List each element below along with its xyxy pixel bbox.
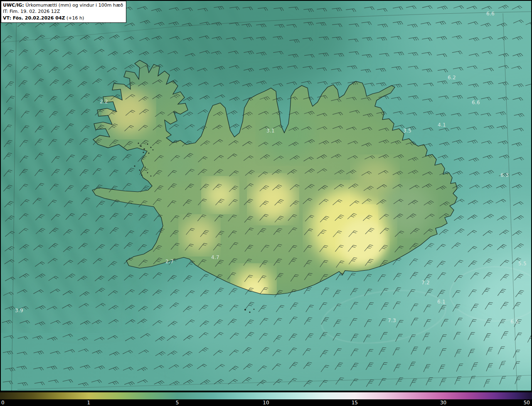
- valid-time-line: VT: Fös. 20.02.2026 04Z (+16 h): [3, 15, 123, 21]
- contour-label: 4.1: [438, 122, 446, 128]
- contour-label: 6.6: [486, 11, 495, 17]
- model-name: UWC/IG:: [3, 2, 24, 8]
- colorbar-tick-label: 30: [440, 400, 446, 406]
- colorbar-gradient: [0, 392, 532, 399]
- contour-label: 2.2: [100, 99, 108, 105]
- contour-label: 7.3: [388, 318, 396, 323]
- map-title-line: UWC/IG: Úrkomumætti (mm) og vindur i 100…: [3, 2, 123, 8]
- valid-time-bold: VT: Fös. 20.02.2026 04Z: [3, 15, 65, 21]
- contour-label: 2.7: [165, 259, 174, 264]
- colorbar: 01510153050: [0, 391, 532, 406]
- contour-label: 3.5: [403, 128, 411, 134]
- contour-label: 3.9: [15, 308, 23, 313]
- init-time-line: IT: Fim. 19. 02. 2026 12Z: [3, 8, 123, 15]
- contour-label: 6.2: [448, 75, 456, 81]
- colorbar-tick-label: 5: [176, 400, 179, 406]
- colorbar-tick-label: 1: [87, 400, 91, 406]
- colorbar-ticks: 01510153050: [0, 399, 532, 406]
- colorbar-tick-label: 15: [352, 400, 358, 406]
- contour-label: 6.1: [437, 299, 446, 305]
- colorbar-tick-label: 0: [1, 400, 5, 406]
- weather-map: 6.66.26.64.13.56.33.12.22.74.73.95.57.26…: [1, 1, 531, 391]
- contour-label: 5.5: [518, 261, 527, 267]
- valid-time-rest: (+16 h): [65, 15, 84, 21]
- contour-label-layer: 6.66.26.64.13.56.33.12.22.74.73.95.57.26…: [1, 1, 531, 391]
- colorbar-tick-label: 50: [524, 400, 530, 406]
- contour-label: 7.2: [421, 280, 430, 286]
- contour-label: 6.5: [510, 319, 519, 325]
- map-title-text: Úrkomumætti (mm) og vindur i 100m hæð: [24, 2, 123, 8]
- contour-label: 4.7: [211, 254, 219, 260]
- map-title-box: UWC/IG: Úrkomumætti (mm) og vindur i 100…: [1, 1, 126, 23]
- contour-label: 6.6: [472, 100, 480, 105]
- contour-label: 6.3: [500, 172, 509, 178]
- colorbar-tick-label: 10: [263, 400, 269, 406]
- contour-label: 3.1: [266, 128, 275, 134]
